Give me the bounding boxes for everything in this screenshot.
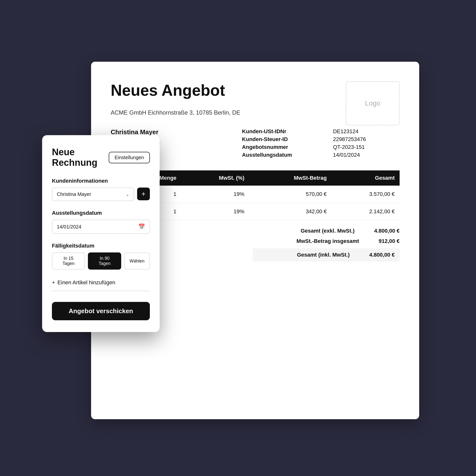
mwst-total-label: MwSt.-Betrag insgesamt xyxy=(297,238,359,244)
row2-mwst-pct: 19% xyxy=(181,203,249,220)
customer-selected-value: Christina Mayer xyxy=(57,191,91,197)
angebotsnummer-label: Angebotsnummer xyxy=(242,144,326,150)
col-header-mwst-pct: MwSt. (%) xyxy=(181,170,249,186)
mwst-total-value: 912,00 € xyxy=(378,238,400,244)
mwst-total-row: MwSt.-Betrag insgesamt 912,00 € xyxy=(253,238,400,244)
form-header: Neue Rechnung Einstellungen xyxy=(52,147,150,168)
total-inkl-label: Gesamt (inkl. MwSt.) xyxy=(297,252,350,258)
due-date-options: In 15 Tagen In 90 Tagen Wählen xyxy=(52,253,150,270)
due-choose-button[interactable]: Wählen xyxy=(124,253,150,270)
customer-section-label: Kundeninformationen xyxy=(52,178,150,184)
kunden-steuer-label: Kunden-Steuer-ID xyxy=(242,136,326,142)
chevron-down-icon: ⌄ xyxy=(126,192,129,197)
doc-customer-right: Kunden-USt-IDNr DE123124 Kunden-Steuer-I… xyxy=(242,128,400,158)
customer-dropdown[interactable]: Christina Mayer ⌄ xyxy=(52,187,134,201)
due-90-button[interactable]: In 90 Tagen xyxy=(88,253,121,270)
logo-placeholder[interactable]: Logo xyxy=(346,81,400,125)
submit-button[interactable]: Angebot verschicken xyxy=(52,302,150,320)
col-header-mwst-betrag: MwSt-Betrag xyxy=(249,170,332,186)
row1-gesamt: 3.570,00 € xyxy=(332,186,400,203)
col-header-gesamt: Gesamt xyxy=(332,170,400,186)
kunden-ust-label: Kunden-USt-IDNr xyxy=(242,128,326,135)
ausstellungsdatum-label: Ausstellungsdatum xyxy=(242,152,326,158)
issue-date-value: 14/01/2024 xyxy=(57,224,81,230)
issue-date-label: Ausstellungsdatum xyxy=(52,210,150,216)
total-inkl-value: 4.800,00 € xyxy=(369,252,395,258)
angebotsnummer-value: QT-2023-151 xyxy=(333,144,400,150)
row2-gesamt: 2.142,00 € xyxy=(332,203,400,220)
total-exkl-row: Gesamt (exkl. MwSt.) 4.800,00 € xyxy=(253,228,400,234)
form-title: Neue Rechnung xyxy=(52,147,109,168)
row1-mwst-betrag: 570,00 € xyxy=(249,186,332,203)
row2-mwst-betrag: 342,00 € xyxy=(249,203,332,220)
total-inkl-row: Gesamt (inkl. MwSt.) 4.800,00 € xyxy=(253,248,400,261)
add-customer-button[interactable]: + xyxy=(137,187,150,200)
add-item-row[interactable]: + Einen Artikel hinzufügen xyxy=(52,279,150,291)
kunden-ust-value: DE123124 xyxy=(333,128,400,135)
form-panel: Neue Rechnung Einstellungen Kundeninform… xyxy=(42,135,160,332)
total-exkl-label: Gesamt (exkl. MwSt.) xyxy=(301,228,355,234)
kunden-steuer-value: 22987253476 xyxy=(333,136,400,142)
issue-date-input[interactable]: 14/01/2024 📅 xyxy=(52,220,150,234)
calendar-icon: 📅 xyxy=(138,223,145,230)
add-item-label: Einen Artikel hinzufügen xyxy=(58,279,115,286)
due-15-button[interactable]: In 15 Tagen xyxy=(52,253,85,270)
customer-select-row: Christina Mayer ⌄ + xyxy=(52,187,150,201)
row1-mwst-pct: 19% xyxy=(181,186,249,203)
settings-button[interactable]: Einstellungen xyxy=(109,152,150,163)
doc-customer-name: Christina Mayer xyxy=(111,128,242,136)
due-date-label: Fälligkeitsdatum xyxy=(52,243,150,249)
total-exkl-value: 4.800,00 € xyxy=(374,228,400,234)
plus-icon: + xyxy=(52,279,55,286)
ausstellungsdatum-value: 14/01/2024 xyxy=(333,152,400,158)
